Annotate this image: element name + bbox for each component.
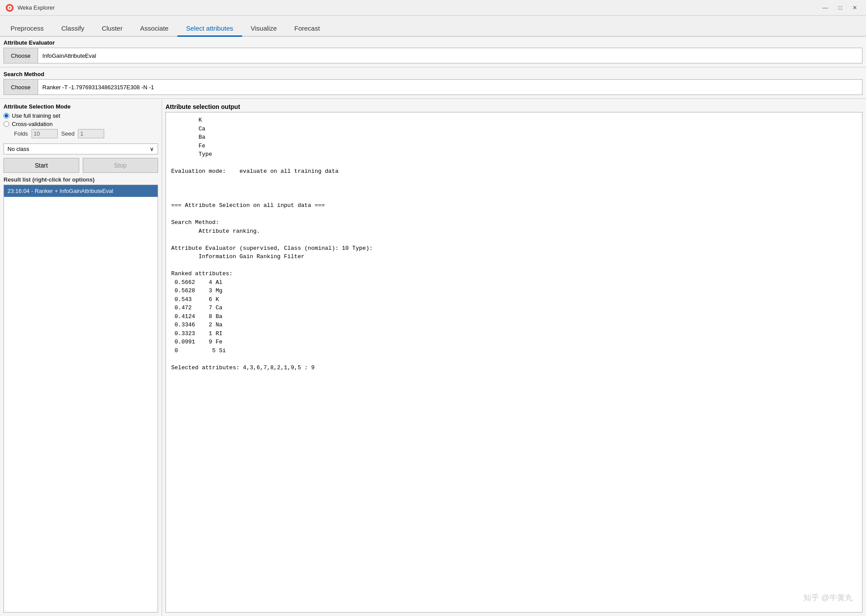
use-full-training-set-label: Use full training set [12, 112, 60, 119]
use-full-training-set-row: Use full training set [4, 112, 158, 119]
close-button[interactable]: ✕ [849, 4, 861, 12]
chevron-down-icon: ∨ [150, 146, 154, 152]
maximize-button[interactable]: □ [835, 4, 845, 12]
cross-validation-row: Cross-validation [4, 121, 158, 127]
attribute-evaluator-label: Attribute Evaluator [0, 37, 866, 47]
main-content: Attribute Evaluator Choose InfoGainAttri… [0, 37, 866, 616]
cv-options: Folds Seed [14, 129, 158, 138]
left-panel: Attribute Selection Mode Use full traini… [0, 100, 162, 616]
tab-preprocess[interactable]: Preprocess [2, 21, 53, 37]
divider-1 [0, 67, 866, 67]
class-selector-label: No class [7, 146, 29, 152]
search-method-row: Choose Ranker -T -1.7976931348623157E308… [4, 79, 862, 95]
tab-visualize[interactable]: Visualize [242, 21, 286, 37]
right-panel: Attribute selection output K Ca Ba Fe Ty… [162, 100, 866, 616]
title-bar: Weka Explorer — □ ✕ [0, 0, 866, 16]
result-list-label: Result list (right-click for options) [4, 176, 158, 183]
app-logo [5, 4, 14, 12]
attribute-evaluator-value: InfoGainAttributeEval [38, 52, 101, 59]
tab-cluster[interactable]: Cluster [93, 21, 131, 37]
class-selector-row[interactable]: No class ∨ [4, 144, 158, 154]
output-area[interactable]: K Ca Ba Fe Type Evaluation mode: evaluat… [165, 112, 862, 612]
minimize-button[interactable]: — [819, 4, 831, 12]
mode-section-label: Attribute Selection Mode [4, 103, 158, 110]
title-bar-left: Weka Explorer [5, 4, 55, 12]
window-controls: — □ ✕ [819, 4, 861, 12]
folds-input[interactable] [32, 129, 58, 138]
search-method-label: Search Method [0, 68, 866, 78]
search-method-value: Ranker -T -1.7976931348623157E308 -N -1 [38, 84, 158, 91]
tab-associate[interactable]: Associate [131, 21, 177, 37]
body-area: Attribute Selection Mode Use full traini… [0, 100, 866, 616]
tab-select-attributes[interactable]: Select attributes [177, 21, 242, 37]
tab-forecast[interactable]: Forecast [285, 21, 328, 37]
result-item[interactable]: 23:16:04 - Ranker + InfoGainAttributeEva… [4, 185, 158, 197]
action-buttons: Start Stop [4, 158, 158, 173]
tab-classify[interactable]: Classify [53, 21, 93, 37]
stop-button[interactable]: Stop [83, 158, 158, 173]
app-title: Weka Explorer [18, 4, 55, 11]
cross-validation-label: Cross-validation [12, 121, 53, 127]
search-method-choose-button[interactable]: Choose [4, 80, 38, 94]
seed-input[interactable] [78, 129, 104, 138]
seed-label: Seed [61, 130, 74, 137]
cross-validation-radio[interactable] [4, 121, 9, 127]
attribute-evaluator-choose-button[interactable]: Choose [4, 48, 38, 63]
result-list: 23:16:04 - Ranker + InfoGainAttributeEva… [4, 185, 158, 612]
svg-point-2 [9, 7, 11, 9]
start-button[interactable]: Start [4, 158, 79, 173]
divider-2 [0, 98, 866, 99]
use-full-training-set-radio[interactable] [4, 113, 9, 119]
tab-bar: Preprocess Classify Cluster Associate Se… [0, 16, 866, 37]
attribute-evaluator-row: Choose InfoGainAttributeEval [4, 48, 862, 63]
output-panel-label: Attribute selection output [165, 103, 862, 110]
folds-label: Folds [14, 130, 28, 137]
